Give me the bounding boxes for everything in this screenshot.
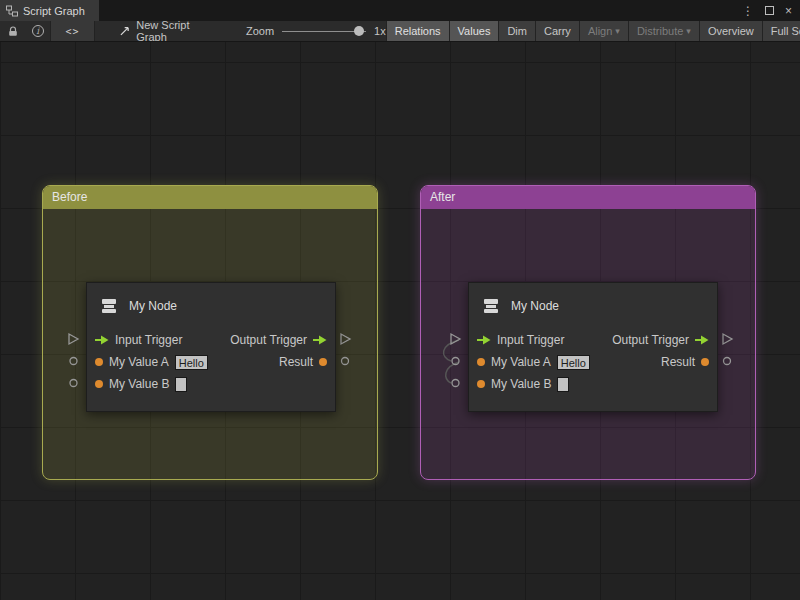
port-label: My Value A — [491, 355, 551, 369]
tab-script-graph[interactable]: Script Graph — [0, 0, 99, 21]
info-button[interactable]: i — [25, 21, 50, 41]
zoom-label: Zoom — [246, 25, 274, 37]
value-port-icon[interactable] — [95, 358, 103, 366]
flow-arrow-icon[interactable] — [695, 335, 709, 345]
zoom-slider-handle[interactable] — [354, 26, 364, 36]
value-b-input[interactable] — [557, 377, 569, 392]
port-label: My Value B — [109, 377, 169, 391]
port-label: My Value A — [109, 355, 169, 369]
flow-arrow-icon[interactable] — [477, 335, 491, 345]
port-label: Result — [661, 355, 695, 369]
zoom-control: Zoom 1x — [246, 21, 386, 41]
node-my-node-after[interactable]: My Node Input Trigger Output Trigger — [468, 282, 718, 412]
relations-button[interactable]: Relations — [386, 21, 449, 41]
unit-icon — [99, 296, 119, 316]
dim-button[interactable]: Dim — [498, 21, 535, 41]
value-port-icon[interactable] — [95, 380, 103, 388]
close-icon[interactable]: × — [785, 4, 792, 18]
port-label: Input Trigger — [115, 333, 182, 347]
tab-label: Script Graph — [23, 5, 85, 17]
port-label: My Value B — [491, 377, 551, 391]
group-before-header[interactable]: Before — [43, 186, 377, 209]
port-label: Input Trigger — [497, 333, 564, 347]
trigger-row: Input Trigger Output Trigger — [87, 329, 335, 351]
distribute-dropdown: Distribute ▾ — [628, 21, 699, 41]
titlebar: Script Graph ⋮ × — [0, 0, 800, 21]
port-label: Output Trigger — [612, 333, 689, 347]
lock-icon — [7, 25, 19, 37]
fullscreen-button[interactable]: Full Scr — [762, 21, 800, 41]
toolbar-button-group: Relations Values Dim Carry Align ▾ Distr… — [386, 21, 800, 41]
port-label: Result — [279, 355, 313, 369]
carry-button[interactable]: Carry — [535, 21, 579, 41]
flow-arrow-icon[interactable] — [313, 335, 327, 345]
graph-name: New Script Graph — [136, 21, 220, 42]
graph-canvas[interactable]: Before After — [0, 42, 800, 600]
unity-window: Script Graph ⋮ × i <> New Script Graph — [0, 0, 800, 600]
value-a-row: My Value A Hello Result — [87, 351, 335, 373]
group-label: After — [430, 190, 455, 204]
code-icon: <> — [65, 26, 79, 37]
group-after-header[interactable]: After — [421, 186, 755, 209]
info-icon: i — [32, 25, 44, 37]
graph-tab-icon — [6, 5, 18, 17]
flow-arrow-icon[interactable] — [95, 335, 109, 345]
window-controls: ⋮ × — [742, 0, 800, 21]
maximize-icon[interactable] — [765, 6, 774, 15]
value-a-input[interactable]: Hello — [557, 355, 590, 370]
chevron-down-icon: ▾ — [686, 26, 691, 36]
trigger-row: Input Trigger Output Trigger — [469, 329, 717, 351]
node-my-node-before[interactable]: My Node Input Trigger Output Trigger — [86, 282, 336, 412]
node-header[interactable]: My Node — [469, 283, 717, 329]
zoom-slider[interactable] — [282, 21, 366, 42]
node-title: My Node — [511, 299, 559, 313]
value-port-icon[interactable] — [477, 380, 485, 388]
value-a-input[interactable]: Hello — [175, 355, 208, 370]
window-menu-icon[interactable]: ⋮ — [742, 4, 754, 18]
graph-toolbar: i <> New Script Graph Zoom 1x Relations … — [0, 21, 800, 42]
value-port-icon[interactable] — [477, 358, 485, 366]
value-b-input[interactable] — [175, 377, 187, 392]
align-dropdown: Align ▾ — [579, 21, 628, 41]
graph-asset-button[interactable]: New Script Graph — [109, 21, 230, 41]
port-label: Output Trigger — [230, 333, 307, 347]
value-port-icon[interactable] — [319, 358, 327, 366]
value-b-row: My Value B — [469, 373, 717, 395]
lock-button[interactable] — [0, 21, 25, 41]
chevron-down-icon: ▾ — [615, 26, 620, 36]
node-title: My Node — [129, 299, 177, 313]
value-a-row: My Value A Hello Result — [469, 351, 717, 373]
group-label: Before — [52, 190, 87, 204]
node-header[interactable]: My Node — [87, 283, 335, 329]
zoom-value: 1x — [374, 25, 386, 37]
values-button[interactable]: Values — [449, 21, 499, 41]
overview-button[interactable]: Overview — [699, 21, 762, 41]
code-view-button[interactable]: <> — [50, 21, 95, 41]
unit-icon — [481, 296, 501, 316]
value-b-row: My Value B — [87, 373, 335, 395]
value-port-icon[interactable] — [701, 358, 709, 366]
graph-asset-icon — [119, 25, 131, 37]
